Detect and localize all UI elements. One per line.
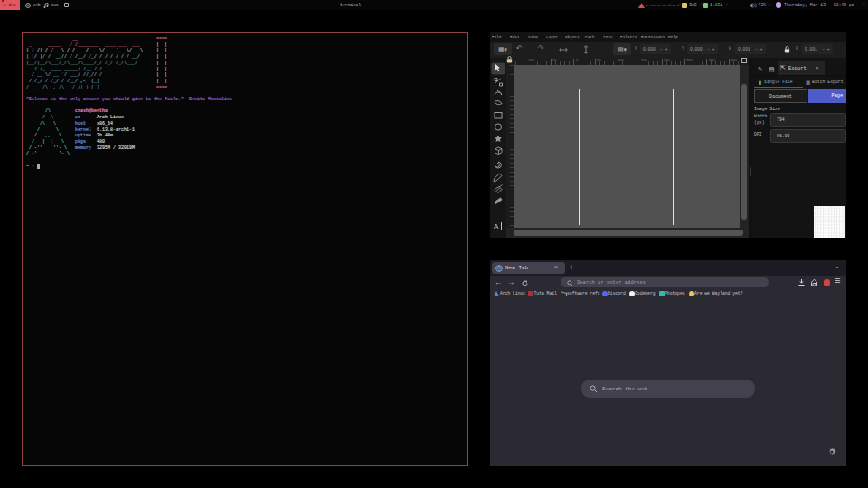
svg-text:A: A [494,222,499,230]
